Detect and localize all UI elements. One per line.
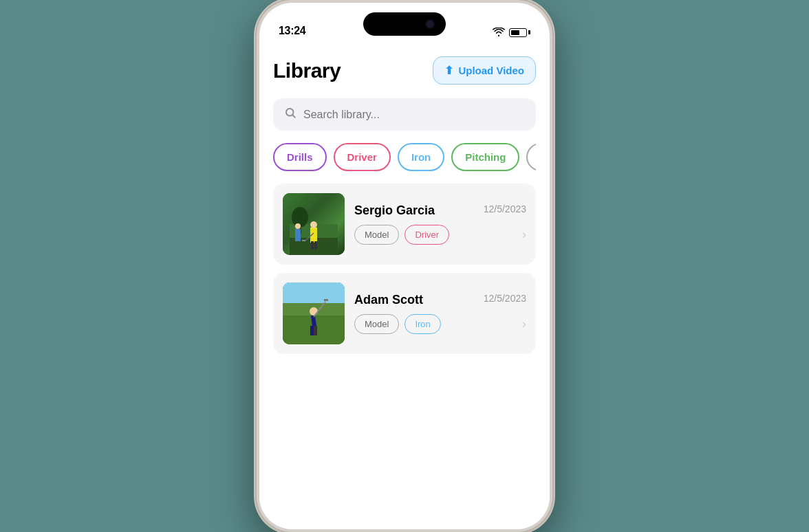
header: Library ⬆ Upload Video — [273, 56, 536, 85]
front-camera — [427, 21, 433, 27]
tag-model-sergio: Model — [354, 225, 399, 245]
chevron-right-icon: › — [522, 228, 526, 242]
card-date-adam: 12/5/2023 — [484, 293, 526, 304]
filter-row: Drills Driver Iron Pitching Chipping Pu.… — [273, 143, 536, 171]
svg-rect-10 — [302, 240, 305, 241]
upload-video-button[interactable]: ⬆ Upload Video — [433, 56, 536, 85]
filter-chip-chipping[interactable]: Chipping — [526, 143, 536, 171]
upload-icon: ⬆ — [444, 64, 453, 77]
filter-chip-drills[interactable]: Drills — [273, 143, 327, 171]
svg-rect-12 — [314, 241, 317, 250]
card-top-adam: Adam Scott 12/5/2023 — [354, 293, 526, 307]
video-thumbnail-sergio — [283, 193, 345, 255]
svg-rect-5 — [295, 229, 301, 241]
phone-screen: 13:24 Library — [259, 3, 550, 529]
phone-frame: 13:24 Library — [257, 0, 552, 532]
svg-rect-11 — [311, 241, 314, 250]
svg-point-6 — [295, 223, 301, 229]
filter-chip-driver[interactable]: Driver — [334, 143, 391, 171]
video-card-sergio[interactable]: Sergio Garcia 12/5/2023 Model Driver › — [273, 184, 536, 265]
filter-chip-iron[interactable]: Iron — [398, 143, 444, 171]
app-content: Library ⬆ Upload Video D — [259, 43, 550, 529]
card-info-adam: Adam Scott 12/5/2023 Model Iron › — [354, 293, 526, 334]
tag-iron-adam: Iron — [404, 314, 440, 334]
svg-rect-20 — [310, 326, 314, 335]
status-icons — [493, 27, 530, 37]
card-top-sergio: Sergio Garcia 12/5/2023 — [354, 203, 526, 218]
svg-rect-21 — [314, 326, 317, 335]
video-card-adam[interactable]: Adam Scott 12/5/2023 Model Iron › — [273, 273, 536, 354]
search-icon — [284, 107, 296, 122]
video-thumbnail-adam — [283, 282, 345, 344]
search-input[interactable] — [303, 109, 525, 121]
status-time: 13:24 — [279, 25, 305, 37]
tag-model-adam: Model — [354, 314, 399, 334]
tag-driver-sergio: Driver — [404, 225, 449, 245]
golfer-svg-1 — [290, 200, 338, 255]
card-date-sergio: 12/5/2023 — [484, 203, 526, 214]
chevron-right-icon-2: › — [522, 317, 526, 331]
page-title: Library — [273, 59, 341, 82]
golfer-svg-2 — [283, 282, 345, 344]
dynamic-island — [363, 12, 446, 36]
svg-rect-19 — [324, 299, 328, 301]
card-name-sergio: Sergio Garcia — [354, 203, 435, 218]
card-tags-adam: Model Iron › — [354, 314, 526, 334]
svg-point-8 — [310, 221, 317, 228]
upload-btn-label: Upload Video — [458, 65, 524, 76]
search-container — [273, 98, 536, 131]
filter-chip-pitching[interactable]: Pitching — [451, 143, 519, 171]
battery-icon — [509, 28, 530, 37]
wifi-icon — [493, 27, 505, 37]
card-name-adam: Adam Scott — [354, 293, 423, 307]
card-tags-sergio: Model Driver › — [354, 225, 526, 245]
card-info-sergio: Sergio Garcia 12/5/2023 Model Driver › — [354, 203, 526, 245]
